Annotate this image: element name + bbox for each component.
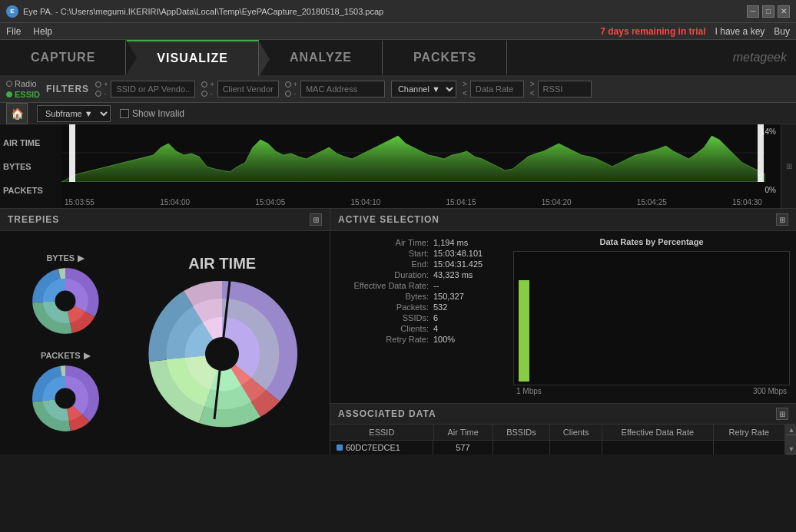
- home-button[interactable]: 🏠: [6, 103, 28, 124]
- data-rate-input[interactable]: [470, 81, 524, 97]
- associated-data-header: ASSOCIATED DATA ⊞: [330, 404, 796, 425]
- air-time-label: AIR TIME: [3, 138, 58, 147]
- cell-clients: [550, 441, 602, 455]
- retry-rate-stat: Retry Rate: 100%: [343, 334, 495, 345]
- subframe-select[interactable]: Subframe ▼: [37, 105, 111, 122]
- tab-analyze[interactable]: ANALYZE: [259, 40, 383, 75]
- ssids-stat: SSIDs: 6: [343, 312, 495, 323]
- col-effrate: Effective Data Rate: [602, 425, 713, 441]
- client-input[interactable]: [217, 81, 279, 97]
- ssid-input[interactable]: [111, 81, 195, 97]
- bar-chart-labels: 1 Mbps 300 Mbps: [513, 385, 790, 397]
- scroll-up-arrow[interactable]: ▲: [786, 425, 796, 435]
- radio-option[interactable]: Radio: [6, 79, 40, 88]
- col-retryrate: Retry Rate: [713, 425, 784, 441]
- packets-pie-label[interactable]: PACKETS ▶: [41, 351, 90, 361]
- bytes-stat: Bytes: 150,327: [343, 291, 495, 302]
- packets-label: PACKETS: [3, 186, 58, 195]
- titlebar-left: E Eye PA. - C:\Users\megumi.IKERIRI\AppD…: [6, 5, 383, 18]
- table-scrollbar[interactable]: ▲ ▼: [785, 425, 796, 454]
- packets-pie-section: PACKETS ▶: [31, 351, 100, 433]
- active-selection-copy-button[interactable]: ⊞: [776, 213, 788, 226]
- col-bssids: BSSIDs: [493, 425, 550, 441]
- clients-stat: Clients: 4: [343, 323, 495, 334]
- help-menu[interactable]: Help: [33, 26, 52, 37]
- timeline-left-handle[interactable]: [69, 124, 75, 182]
- bytes-pie-chart[interactable]: [31, 266, 100, 335]
- waveform-chart[interactable]: [61, 124, 765, 182]
- mac-filter-group: + -: [285, 81, 385, 97]
- bytes-pie-section: BYTES ▶: [31, 253, 100, 335]
- tab-packets[interactable]: PACKETS: [383, 40, 507, 75]
- small-pies: BYTES ▶: [31, 253, 100, 433]
- timeline-scroll[interactable]: ⊞: [781, 124, 796, 208]
- air-time-pie-chart[interactable]: [145, 277, 299, 431]
- mac-radio-minus: [285, 91, 291, 97]
- client-radio-minus: [201, 91, 207, 97]
- tab-visualize[interactable]: VISUALIZE: [126, 40, 259, 75]
- scroll-down-arrow[interactable]: ▼: [786, 444, 796, 454]
- essid-color-indicator: [337, 444, 343, 451]
- ssid-radio-minus: [95, 91, 101, 97]
- treepies-content: BYTES ▶: [0, 231, 330, 454]
- active-selection-panel: ACTIVE SELECTION ⊞ Air Time: 1,194 ms St…: [330, 209, 796, 454]
- menubar-left: File Help: [6, 26, 52, 37]
- file-menu[interactable]: File: [6, 26, 21, 37]
- cell-effrate: [602, 441, 713, 455]
- timeline-area: AIR TIME BYTES PACKETS 14% 0% 15:03:55 1…: [0, 124, 796, 209]
- timeline-right-handle[interactable]: [758, 124, 764, 182]
- channel-filter-group: Channel ▼: [391, 81, 456, 97]
- data-rates-title: Data Rates by Percentage: [513, 237, 790, 246]
- data-rates-bar-chart: [513, 251, 790, 385]
- show-invalid-checkbox[interactable]: Show Invalid: [120, 108, 184, 119]
- maximize-button[interactable]: □: [762, 5, 774, 18]
- titlebar: E Eye PA. - C:\Users\megumi.IKERIRI\AppD…: [0, 0, 796, 23]
- start-stat: Start: 15:03:48.101: [343, 248, 495, 259]
- scroll-thumb[interactable]: [786, 435, 796, 444]
- time-label-1: 15:04:00: [160, 198, 190, 207]
- treepies-copy-button[interactable]: ⊞: [310, 213, 322, 226]
- cell-essid: 60DC7EDCE1: [330, 441, 433, 454]
- table-row[interactable]: 60DC7EDCE1 577: [330, 441, 785, 455]
- data-rate-gtlt: ><: [463, 80, 467, 98]
- client-radio-plus: [201, 81, 207, 88]
- close-button[interactable]: ✕: [778, 5, 790, 18]
- mac-radio-plus: [285, 81, 291, 88]
- cell-retryrate: [713, 441, 784, 455]
- packets-pie-chart[interactable]: [31, 364, 100, 433]
- rssi-input[interactable]: [538, 81, 592, 97]
- associated-data-section: ASSOCIATED DATA ⊞ ESSID Air Time BSSIDs …: [330, 403, 796, 454]
- subframe-bar: 🏠 Subframe ▼ Show Invalid: [0, 103, 796, 124]
- time-label-0: 15:03:55: [65, 198, 95, 207]
- associated-data-copy-button[interactable]: ⊞: [776, 408, 788, 420]
- bottom-area: TREEPIES ⊞ BYTES ▶: [0, 209, 796, 454]
- data-rate-filter-group: ><: [463, 80, 524, 98]
- key-link[interactable]: I have a key: [715, 26, 765, 37]
- associated-data-table: ESSID Air Time BSSIDs Clients Effective …: [330, 425, 785, 454]
- tab-capture[interactable]: CAPTURE: [0, 40, 126, 75]
- bytes-label: BYTES: [3, 162, 58, 171]
- minimize-button[interactable]: ─: [747, 5, 759, 18]
- treepies-header: TREEPIES ⊞: [0, 209, 330, 231]
- show-invalid-box: [120, 109, 129, 118]
- end-stat: End: 15:04:31.425: [343, 259, 495, 269]
- bytes-pie-label[interactable]: BYTES ▶: [46, 253, 84, 263]
- buy-link[interactable]: Buy: [774, 26, 790, 37]
- rssi-filter-group: ><: [530, 80, 592, 98]
- channel-select[interactable]: Channel ▼: [391, 81, 456, 97]
- essid-option[interactable]: ESSID: [6, 90, 40, 99]
- client-filter-group: + -: [201, 81, 278, 97]
- radio-dot-essid: [6, 91, 12, 97]
- window-title: Eye PA. - C:\Users\megumi.IKERIRI\AppDat…: [23, 7, 383, 16]
- cell-airtime: 577: [433, 441, 493, 455]
- mac-input[interactable]: [300, 81, 385, 97]
- ssid-filter-group: + -: [95, 81, 195, 97]
- active-selection-header: ACTIVE SELECTION ⊞: [330, 209, 796, 231]
- selection-stats: Air Time: 1,194 ms Start: 15:03:48.101 E…: [330, 231, 507, 403]
- svg-point-2: [55, 290, 75, 311]
- air-time-pie-section: AIR TIME: [145, 255, 299, 431]
- trial-text[interactable]: 7 days remaining in trial: [600, 26, 705, 37]
- treepies-panel: TREEPIES ⊞ BYTES ▶: [0, 209, 330, 454]
- menubar-right: 7 days remaining in trial I have a key B…: [600, 26, 790, 37]
- packets-stat: Packets: 532: [343, 302, 495, 312]
